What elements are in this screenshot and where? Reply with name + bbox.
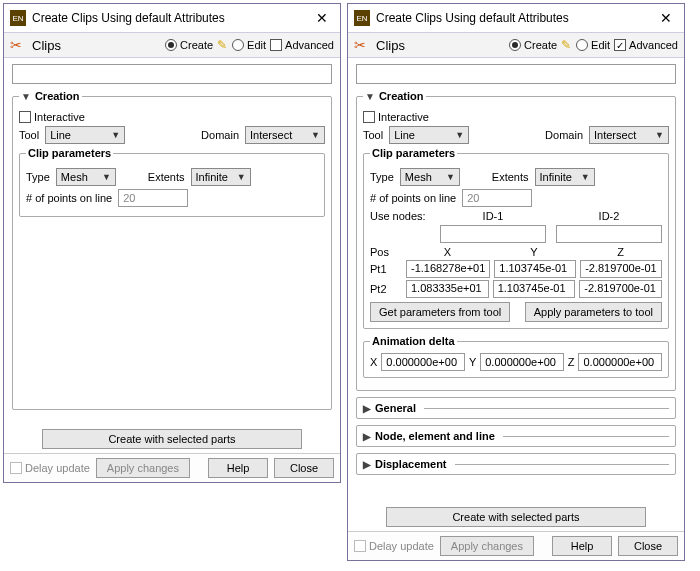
creation-legend[interactable]: ▼Creation xyxy=(363,90,426,102)
general-group[interactable]: ▶General xyxy=(356,397,676,419)
create-with-parts-button[interactable]: Create with selected parts xyxy=(386,507,646,527)
close-button[interactable]: Close xyxy=(618,536,678,556)
create-with-parts-button[interactable]: Create with selected parts xyxy=(42,429,302,449)
creation-legend[interactable]: ▼Creation xyxy=(19,90,82,102)
delay-update-check[interactable]: Delay update xyxy=(10,462,90,474)
creation-group: ▼Creation Interactive Tool Line▼ Domain … xyxy=(356,90,676,391)
window-right: EN Create Clips Using default Attributes… xyxy=(347,3,685,561)
anim-y-input[interactable]: 0.000000e+00 xyxy=(480,353,564,371)
section-label: Clips xyxy=(32,38,61,53)
pos-label: Pos xyxy=(370,246,402,258)
pt2-z-input[interactable]: -2.819700e-01 xyxy=(579,280,662,298)
extents-select[interactable]: Infinite▼ xyxy=(535,168,595,186)
pt2-y-input[interactable]: 1.103745e-01 xyxy=(493,280,576,298)
pt1-x-input[interactable]: -1.168278e+01 xyxy=(406,260,490,278)
animation-delta-legend: Animation delta xyxy=(370,335,457,347)
id1-header: ID-1 xyxy=(440,210,546,222)
toolbar: ✂ Clips Create ✎ Edit Advanced xyxy=(4,33,340,58)
id1-input[interactable] xyxy=(440,225,546,243)
type-select[interactable]: Mesh▼ xyxy=(400,168,460,186)
anim-z-input[interactable]: 0.000000e+00 xyxy=(578,353,662,371)
mode-advanced-check[interactable]: Advanced xyxy=(270,39,334,51)
tool-select[interactable]: Line▼ xyxy=(45,126,125,144)
id2-input[interactable] xyxy=(556,225,662,243)
creation-group: ▼Creation Interactive Tool Line▼ Domain … xyxy=(12,90,332,410)
tool-label: Tool xyxy=(363,129,383,141)
domain-label: Domain xyxy=(201,129,239,141)
id2-header: ID-2 xyxy=(556,210,662,222)
apply-changes-button[interactable]: Apply changes xyxy=(96,458,190,478)
x-header: X xyxy=(406,246,489,258)
window-title: Create Clips Using default Attributes xyxy=(376,11,654,25)
close-icon[interactable]: ✕ xyxy=(310,8,334,28)
anim-z-label: Z xyxy=(568,356,575,368)
z-header: Z xyxy=(579,246,662,258)
pt1-label: Pt1 xyxy=(370,263,402,275)
tool-select[interactable]: Line▼ xyxy=(389,126,469,144)
scissors-icon: ✂ xyxy=(10,37,28,53)
mode-edit-radio[interactable]: Edit xyxy=(232,39,266,51)
chevron-right-icon: ▶ xyxy=(363,431,371,442)
apply-changes-button[interactable]: Apply changes xyxy=(440,536,534,556)
type-select[interactable]: Mesh▼ xyxy=(56,168,116,186)
tool-label: Tool xyxy=(19,129,39,141)
name-input[interactable] xyxy=(12,64,332,84)
footer: Delay update Apply changes Help Close xyxy=(348,531,684,560)
pt2-label: Pt2 xyxy=(370,283,402,295)
node-element-line-group[interactable]: ▶Node, element and line xyxy=(356,425,676,447)
npts-input[interactable]: 20 xyxy=(118,189,188,207)
chevron-down-icon: ▼ xyxy=(365,91,375,102)
help-button[interactable]: Help xyxy=(552,536,612,556)
titlebar: EN Create Clips Using default Attributes… xyxy=(348,4,684,33)
titlebar: EN Create Clips Using default Attributes… xyxy=(4,4,340,33)
interactive-check[interactable]: Interactive xyxy=(19,111,85,123)
body: ▼Creation Interactive Tool Line▼ Domain … xyxy=(4,58,340,425)
get-params-button[interactable]: Get parameters from tool xyxy=(370,302,510,322)
anim-x-input[interactable]: 0.000000e+00 xyxy=(381,353,465,371)
extents-select[interactable]: Infinite▼ xyxy=(191,168,251,186)
mode-create-radio[interactable]: Create xyxy=(165,39,213,51)
npts-input[interactable]: 20 xyxy=(462,189,532,207)
displacement-group[interactable]: ▶Displacement xyxy=(356,453,676,475)
domain-label: Domain xyxy=(545,129,583,141)
pt1-z-input[interactable]: -2.819700e-01 xyxy=(580,260,662,278)
y-header: Y xyxy=(493,246,576,258)
interactive-check[interactable]: Interactive xyxy=(363,111,429,123)
window-title: Create Clips Using default Attributes xyxy=(32,11,310,25)
body: ▼Creation Interactive Tool Line▼ Domain … xyxy=(348,58,684,503)
close-button[interactable]: Close xyxy=(274,458,334,478)
clip-params-group: Clip parameters Type Mesh▼ Extents Infin… xyxy=(363,147,669,329)
domain-select[interactable]: Intersect▼ xyxy=(245,126,325,144)
extents-label: Extents xyxy=(492,171,529,183)
type-label: Type xyxy=(26,171,50,183)
chevron-right-icon: ▶ xyxy=(363,403,371,414)
pencil-icon: ✎ xyxy=(217,38,227,52)
apply-params-button[interactable]: Apply parameters to tool xyxy=(525,302,662,322)
footer: Delay update Apply changes Help Close xyxy=(4,453,340,482)
app-icon: EN xyxy=(354,10,370,26)
npts-label: # of points on line xyxy=(26,192,112,204)
anim-x-label: X xyxy=(370,356,377,368)
clip-params-group: Clip parameters Type Mesh▼ Extents Infin… xyxy=(19,147,325,217)
pt1-y-input[interactable]: 1.103745e-01 xyxy=(494,260,576,278)
clip-params-legend: Clip parameters xyxy=(26,147,113,159)
domain-select[interactable]: Intersect▼ xyxy=(589,126,669,144)
mode-advanced-check[interactable]: Advanced xyxy=(614,39,678,51)
app-icon: EN xyxy=(10,10,26,26)
extents-label: Extents xyxy=(148,171,185,183)
animation-delta-group: Animation delta X 0.000000e+00 Y 0.00000… xyxy=(363,335,669,378)
toolbar: ✂ Clips Create ✎ Edit Advanced xyxy=(348,33,684,58)
help-button[interactable]: Help xyxy=(208,458,268,478)
anim-y-label: Y xyxy=(469,356,476,368)
type-label: Type xyxy=(370,171,394,183)
name-input[interactable] xyxy=(356,64,676,84)
mode-create-radio[interactable]: Create xyxy=(509,39,557,51)
section-label: Clips xyxy=(376,38,405,53)
mode-edit-radio[interactable]: Edit xyxy=(576,39,610,51)
chevron-right-icon: ▶ xyxy=(363,459,371,470)
use-nodes-label: Use nodes: xyxy=(370,210,430,222)
close-icon[interactable]: ✕ xyxy=(654,8,678,28)
scissors-icon: ✂ xyxy=(354,37,372,53)
pt2-x-input[interactable]: 1.083335e+01 xyxy=(406,280,489,298)
delay-update-check[interactable]: Delay update xyxy=(354,540,434,552)
